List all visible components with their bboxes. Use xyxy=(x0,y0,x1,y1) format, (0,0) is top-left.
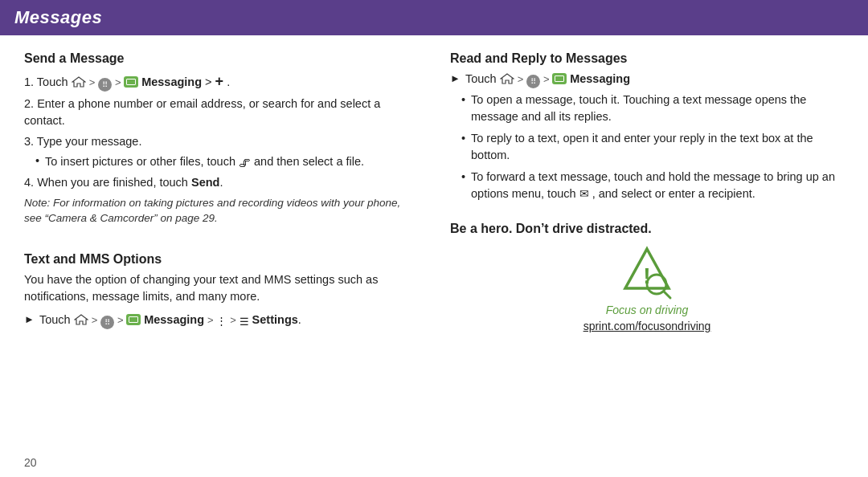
page-number: 20 xyxy=(24,456,37,469)
forward-icon: ✉ xyxy=(579,187,589,200)
step-1-gt1: > xyxy=(89,76,98,88)
read-bullet-2-text: To reply to a text, open it and enter yo… xyxy=(471,132,813,161)
send-section: Send a Message 1. Touch > xyxy=(24,51,418,226)
step-4-num: 4. xyxy=(24,176,37,189)
home-icon-3 xyxy=(500,72,514,84)
hero-title: Be a hero. Don’t drive distracted. xyxy=(450,222,844,236)
left-column: Send a Message 1. Touch > xyxy=(24,51,418,442)
read-bullet-1-text: To open a message, touch it. Touching a … xyxy=(471,93,806,123)
svg-marker-1 xyxy=(75,315,88,324)
focus-caption: Focus on driving xyxy=(606,304,689,316)
arrow-icon-2: ► xyxy=(24,312,35,328)
step-2-text: Enter a phone number or email address, o… xyxy=(24,97,380,127)
step-1-messaging: Messaging > xyxy=(141,75,215,88)
right-column: Read and Reply to Messages ► Touch > ⠿ > xyxy=(450,51,844,442)
step-1: 1. Touch > ⠿ > xyxy=(24,71,418,92)
settings-icon: ☰ xyxy=(240,315,249,330)
svg-line-6 xyxy=(664,292,670,298)
step-2-num: 2. xyxy=(24,97,37,110)
messaging-icon-1 xyxy=(124,76,138,88)
step-1-plus: + xyxy=(215,73,224,89)
focus-driving-icon: ! xyxy=(619,244,675,300)
mms-arrow-text: Touch > ⠿ > Messaging > ⋮ xyxy=(39,312,301,328)
svg-marker-2 xyxy=(501,74,514,84)
step-2: 2. Enter a phone number or email address… xyxy=(24,96,418,129)
apps-icon: ⠿ xyxy=(98,78,112,92)
page: Messages Send a Message 1. Touch xyxy=(0,0,868,477)
paperclip-icon: 🖇 xyxy=(239,154,251,172)
mms-arrow-item: ► Touch > ⠿ > Messaging xyxy=(24,312,418,328)
hero-logo: ! Focus on driving sprint.com/focusondri… xyxy=(450,244,844,332)
mms-section: Text and MMS Options You have the option… xyxy=(24,252,418,332)
read-section: Read and Reply to Messages ► Touch > ⠿ > xyxy=(450,51,844,207)
hero-section: Be a hero. Don’t drive distracted. ! Foc… xyxy=(450,222,844,332)
send-steps-list: 1. Touch > ⠿ > xyxy=(24,71,418,191)
read-arrow-item: ► Touch > ⠿ > Messaging xyxy=(450,71,844,88)
apps-icon-3: ⠿ xyxy=(526,75,540,88)
read-bullet-1: To open a message, touch it. Touching a … xyxy=(461,92,844,125)
read-bullet-2: To reply to a text, open it and enter yo… xyxy=(461,130,844,164)
home-icon xyxy=(72,75,86,87)
messaging-icon-3 xyxy=(552,73,567,84)
step-1-num: 1. xyxy=(24,75,37,88)
read-arrow-text: Touch > ⠿ > Messaging xyxy=(465,71,630,88)
footer: 20 xyxy=(0,450,868,477)
step-3: 3. Type your message. To insert pictures… xyxy=(24,133,418,170)
read-bullets-list: To open a message, touch it. Touching a … xyxy=(450,92,844,202)
step-3-bullet-text-before: To insert pictures or other files, touch xyxy=(45,155,239,168)
messaging-icon-2 xyxy=(126,314,141,325)
read-bullet-3-text-end: , and select or enter a recipient. xyxy=(592,187,755,200)
step-4: 4. When you are finished, touch Send. xyxy=(24,174,418,191)
focus-link[interactable]: sprint.com/focusondriving xyxy=(583,320,711,332)
step-4-text: When you are finished, touch Send. xyxy=(37,176,223,189)
send-note: Note: For information on taking pictures… xyxy=(24,196,418,226)
step-3-bullet-1: To insert pictures or other files, touch… xyxy=(35,153,418,170)
send-section-title: Send a Message xyxy=(24,51,418,66)
page-title: Messages xyxy=(14,7,102,28)
arrow-icon-3: ► xyxy=(450,71,461,87)
step-3-text: Type your message. xyxy=(37,135,142,148)
step-3-bullet-text-after: and then select a file. xyxy=(254,155,364,168)
read-bullet-3: To forward a text message, touch and hol… xyxy=(461,169,844,202)
step-1-period: . xyxy=(227,75,230,88)
step-1-gt2: > xyxy=(115,76,124,88)
svg-marker-0 xyxy=(72,77,85,87)
step-3-bullets: To insert pictures or other files, touch… xyxy=(24,153,418,170)
mms-section-title: Text and MMS Options xyxy=(24,252,418,267)
mms-body: You have the option of changing your tex… xyxy=(24,271,418,305)
read-section-title: Read and Reply to Messages xyxy=(450,51,844,66)
apps-icon-2: ⠿ xyxy=(100,316,114,329)
step-1-touch: Touch xyxy=(37,75,72,88)
step-3-num: 3. xyxy=(24,135,37,148)
home-icon-2 xyxy=(74,313,88,324)
header-bar: Messages xyxy=(0,0,868,35)
menu-dots-icon: ⋮ xyxy=(216,314,227,329)
main-content: Send a Message 1. Touch > xyxy=(0,35,868,450)
